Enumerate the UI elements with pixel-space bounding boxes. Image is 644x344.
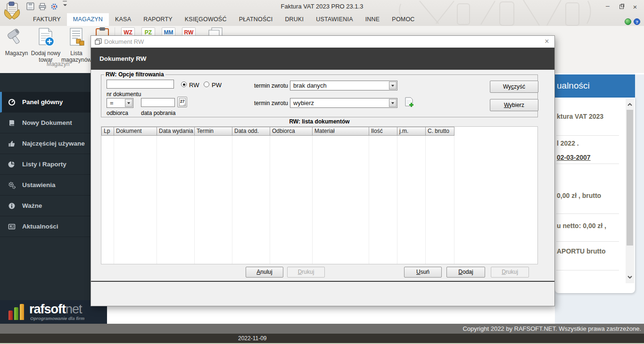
dialog-close-icon[interactable]: × bbox=[542, 37, 552, 46]
info-icon bbox=[8, 202, 17, 210]
sidebar-item-najczesciej-uzywane[interactable]: Najczęściej używane bbox=[0, 133, 91, 154]
column-header-lp[interactable]: Lp bbox=[101, 127, 114, 136]
tab-kasa[interactable]: KASA bbox=[109, 13, 137, 26]
calendar-button[interactable]: 27 bbox=[177, 97, 187, 107]
dialog-header-band: Dokumenty RW bbox=[91, 48, 554, 70]
sidebar-item-panel-glowny[interactable]: Panel główny bbox=[0, 92, 91, 113]
logo-bar-green bbox=[14, 307, 18, 320]
newspaper-icon bbox=[8, 223, 17, 230]
usun-button[interactable]: Usuń bbox=[404, 267, 442, 278]
column-header-jm[interactable]: j.m. bbox=[397, 127, 426, 136]
combo-arrow-icon[interactable] bbox=[389, 99, 396, 107]
gears-icon bbox=[8, 181, 17, 189]
column-header-odbiorca[interactable]: Odbiorca bbox=[270, 127, 313, 136]
drukuj-left-button[interactable]: Drukuj bbox=[287, 267, 325, 278]
online-status-icon[interactable] bbox=[625, 18, 631, 25]
nr-dokumentu-label: nr dokumentu bbox=[107, 91, 141, 98]
column-header-data-odd[interactable]: Data odd. bbox=[232, 127, 270, 136]
news-item-text: 0,00 zł , brutto bbox=[557, 192, 601, 199]
termin-zwrotu-combo-1[interactable]: brak danych bbox=[290, 81, 397, 90]
wybierz-button[interactable]: Wybierz bbox=[490, 99, 538, 111]
news-separator bbox=[556, 241, 619, 242]
barcode-scanner-icon bbox=[6, 27, 27, 48]
logo-bar-red bbox=[8, 311, 13, 320]
combo-arrow-icon[interactable] bbox=[389, 82, 396, 90]
dokument-rw-dialog: Dokument RW × Dokumenty RW RW: Opcje fil… bbox=[91, 35, 555, 306]
radio-pw[interactable] bbox=[204, 82, 209, 87]
anuluj-button[interactable]: Anuluj bbox=[246, 267, 283, 278]
news-item-text: l 2022 . bbox=[557, 139, 579, 147]
close-button[interactable]: × bbox=[630, 3, 640, 11]
column-header-material[interactable]: Materiał bbox=[313, 127, 369, 136]
sidebar-item-aktualnosci[interactable]: Aktualności bbox=[0, 216, 91, 237]
dialog-footer-divider bbox=[91, 281, 554, 282]
dialog-header-title: Dokumenty RW bbox=[99, 55, 147, 62]
news-panel: ktura VAT 2023 l 2022 . 02-03-2007 0,00 … bbox=[555, 98, 635, 293]
wyczysc-button[interactable]: Wyczyść bbox=[490, 81, 538, 93]
tab-raporty[interactable]: RAPORTY bbox=[137, 13, 179, 26]
app-window: Faktura VAT 2023 PRO 23.1.3 – × FAKTURY … bbox=[0, 0, 644, 344]
sidebar-item-ustawienia[interactable]: Ustawienia bbox=[0, 175, 91, 196]
filter-groupbox: RW: Opcje filtrowania nr dokumentu RW PW… bbox=[101, 74, 538, 117]
sidebar-item-listy-i-raporty[interactable]: Listy i Raporty bbox=[0, 154, 91, 175]
thumb-up-icon bbox=[8, 140, 17, 147]
column-header-termin[interactable]: Termin bbox=[195, 127, 232, 136]
ribbon-button-magazyn[interactable]: Magazyn bbox=[3, 27, 30, 57]
sidebar-item-nowy-dokument[interactable]: Nowy Dokument bbox=[0, 113, 91, 133]
radio-rw-label[interactable]: RW bbox=[189, 82, 199, 89]
drukuj-right-button[interactable]: Drukuj bbox=[491, 267, 529, 278]
news-separator bbox=[556, 213, 619, 214]
ribbon-button-label: Magazyn bbox=[3, 50, 30, 57]
news-item-text: APORTU brutto bbox=[557, 247, 605, 255]
news-panel-title-fragment: ualności bbox=[557, 81, 590, 91]
help-icon[interactable]: ? bbox=[634, 18, 640, 25]
column-header-dokument[interactable]: Dokument bbox=[114, 127, 157, 136]
sidebar-item-wazne[interactable]: Ważne bbox=[0, 196, 91, 216]
warehouse-list-icon bbox=[66, 27, 87, 48]
logo-text: rafsoftnet bbox=[29, 303, 82, 316]
table-header-row: Lp Dokument Data wydania Termin Data odd… bbox=[101, 127, 454, 136]
odbiorca-operator-combo[interactable]: = bbox=[107, 98, 133, 108]
termin-zwrotu-combo-2[interactable]: wybierz bbox=[290, 98, 397, 108]
radio-pw-label[interactable]: PW bbox=[212, 82, 222, 89]
tab-ustawienia[interactable]: USTAWIENIA bbox=[310, 13, 359, 26]
column-header-data-wydania[interactable]: Data wydania bbox=[157, 127, 195, 136]
radio-rw[interactable] bbox=[181, 82, 187, 87]
tab-magazyn[interactable]: MAGAZYN bbox=[67, 13, 109, 26]
tab-druki[interactable]: DRUKI bbox=[279, 13, 310, 26]
ribbon-button-dodaj-nowy-towar[interactable]: Dodaj nowy towar bbox=[30, 27, 61, 64]
menu-tab-bar: FAKTURY MAGAZYN KASA RAPORTY KSIĘGOWOŚĆ … bbox=[0, 13, 644, 26]
filter-groupbox-legend: RW: Opcje filtrowania bbox=[104, 71, 165, 78]
data-pobrania-input[interactable] bbox=[141, 98, 175, 107]
scrollbar-thumb[interactable] bbox=[627, 110, 633, 246]
table-title: RW: lista dokumentów bbox=[101, 118, 538, 125]
pie-chart-icon bbox=[8, 161, 17, 168]
minimize-button[interactable]: – bbox=[603, 3, 613, 11]
scroll-up-icon[interactable] bbox=[627, 101, 633, 108]
news-item-link[interactable]: 02-03-2007 bbox=[557, 154, 591, 161]
add-product-icon bbox=[35, 27, 56, 48]
news-item-text: u netto: 0,00 zł , bbox=[557, 222, 606, 229]
status-bar: 2022-11-09 bbox=[0, 334, 644, 343]
nr-dokumentu-input[interactable] bbox=[107, 80, 174, 89]
dialog-window-icon bbox=[95, 38, 102, 45]
documents-table: Lp Dokument Data wydania Termin Data odd… bbox=[101, 126, 538, 264]
dialog-titlebar: Dokument RW × bbox=[91, 36, 554, 48]
maximize-button[interactable] bbox=[617, 3, 627, 11]
combo-arrow-icon[interactable] bbox=[125, 99, 132, 107]
tab-faktury[interactable]: FAKTURY bbox=[27, 13, 67, 26]
ribbon-button-lista-magazynow[interactable]: Lista magazynów bbox=[61, 27, 91, 64]
tab-ksiegowosc[interactable]: KSIĘGOWOŚĆ bbox=[179, 13, 233, 26]
news-separator bbox=[556, 164, 619, 164]
logo-bar-orange bbox=[20, 304, 24, 320]
add-termin-button[interactable] bbox=[404, 97, 414, 108]
tab-inne[interactable]: INNE bbox=[359, 13, 386, 26]
scroll-down-icon[interactable] bbox=[627, 274, 633, 280]
column-header-c-brutto[interactable]: C. brutto bbox=[426, 127, 454, 136]
dodaj-button[interactable]: Dodaj bbox=[446, 267, 485, 278]
tab-platnosci[interactable]: PŁATNOŚCI bbox=[233, 13, 279, 26]
news-scrollbar[interactable] bbox=[626, 98, 634, 283]
termin-zwrotu-label-1: termin zwrotu bbox=[243, 82, 288, 89]
tab-pomoc[interactable]: POMOC bbox=[386, 13, 421, 26]
column-header-ilosc[interactable]: Ilość bbox=[369, 127, 397, 136]
